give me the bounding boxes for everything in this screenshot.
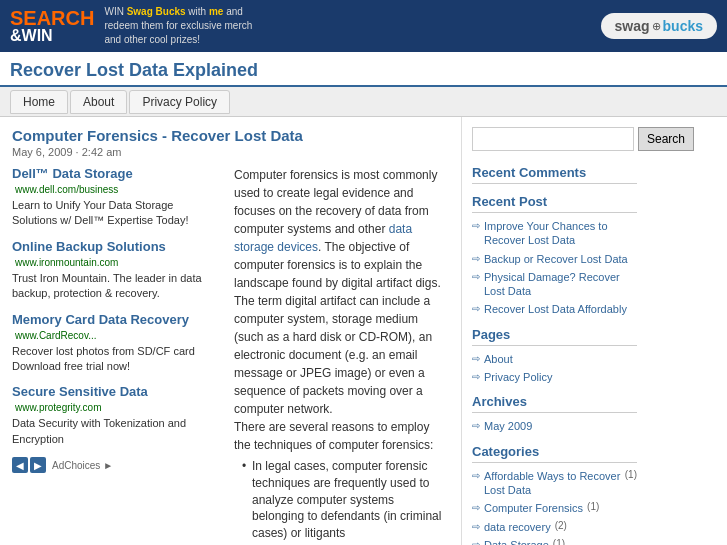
ad-link-dell-desc: Learn to Unify Your Data Storage Solutio… xyxy=(12,198,212,229)
article-date: May 6, 2009 · 2:42 am xyxy=(12,146,449,158)
ad-link-ironmountain-title[interactable]: Online Backup Solutions xyxy=(12,239,166,254)
link-icon-0: ⇨ xyxy=(472,220,480,231)
nav-arrows: ◀ ▶ xyxy=(12,457,46,473)
link-icon-2: ⇨ xyxy=(472,271,480,282)
page-privacy-link[interactable]: Privacy Policy xyxy=(484,370,552,384)
ad-link-protegrity-url: www.protegrity.com xyxy=(15,402,102,413)
search-text: SEARCH xyxy=(10,8,94,28)
nav-privacy-policy[interactable]: Privacy Policy xyxy=(129,90,230,114)
recent-post-link-2[interactable]: Physical Damage? Recover Lost Data xyxy=(484,270,637,299)
recent-post-2: ⇨ Physical Damage? Recover Lost Data xyxy=(472,270,637,299)
link-icon-cat-1: ⇨ xyxy=(472,502,480,513)
recent-post-section: Recent Post ⇨ Improve Your Chances to Re… xyxy=(472,194,637,317)
page-about: ⇨ About xyxy=(472,352,637,366)
pages-title: Pages xyxy=(472,327,637,346)
link-icon-page-privacy: ⇨ xyxy=(472,371,480,382)
pages-section: Pages ⇨ About ⇨ Privacy Policy xyxy=(472,327,637,385)
bullet-list: In legal cases, computer forensic techni… xyxy=(242,458,449,542)
cat-link-0[interactable]: Affordable Ways to Recover Lost Data xyxy=(484,469,621,498)
search-box: Search xyxy=(472,127,637,151)
ad-link-ironmountain: Online Backup Solutions www.ironmountain… xyxy=(12,239,212,302)
search-input[interactable] xyxy=(472,127,634,151)
page-privacy: ⇨ Privacy Policy xyxy=(472,370,637,384)
cat-link-3[interactable]: Data Storage xyxy=(484,538,549,545)
article-reasons-intro: There are several reasons to employ the … xyxy=(234,418,449,454)
link-icon-cat-3: ⇨ xyxy=(472,539,480,545)
archive-may2009-link[interactable]: May 2009 xyxy=(484,419,532,433)
recent-post-link-3[interactable]: Recover Lost Data Affordably xyxy=(484,302,627,316)
link-icon-archive: ⇨ xyxy=(472,420,480,431)
link-icon-1: ⇨ xyxy=(472,253,480,264)
recent-post-0: ⇨ Improve Your Chances to Recover Lost D… xyxy=(472,219,637,248)
page-about-link[interactable]: About xyxy=(484,352,513,366)
cat-0: ⇨ Affordable Ways to Recover Lost Data (… xyxy=(472,469,637,498)
ad-links-column: Dell™ Data Storage www.dell.com/business… xyxy=(12,166,212,538)
next-arrow[interactable]: ▶ xyxy=(30,457,46,473)
link-icon-cat-2: ⇨ xyxy=(472,521,480,532)
cat-count-0: (1) xyxy=(625,469,637,480)
banner-description: WIN Swag Bucks with me and redeem them f… xyxy=(104,5,252,47)
ad-link-cardrecov-desc: Recover lost photos from SD/CF card Down… xyxy=(12,344,212,375)
article-title: Computer Forensics - Recover Lost Data xyxy=(12,127,449,144)
categories-title: Categories xyxy=(472,444,637,463)
ad-link-dell-title[interactable]: Dell™ Data Storage xyxy=(12,166,133,181)
cat-1: ⇨ Computer Forensics (1) xyxy=(472,501,637,515)
site-title-bar: Recover Lost Data Explained xyxy=(0,52,727,87)
main-layout: Computer Forensics - Recover Lost Data M… xyxy=(0,117,727,545)
cat-3: ⇨ Data Storage (1) xyxy=(472,538,637,545)
ad-link-ironmountain-desc: Trust Iron Mountain. The leader in data … xyxy=(12,271,212,302)
archives-title: Archives xyxy=(472,394,637,413)
ad-link-dell: Dell™ Data Storage www.dell.com/business… xyxy=(12,166,212,229)
categories-section: Categories ⇨ Affordable Ways to Recover … xyxy=(472,444,637,545)
banner-search-win: SEARCH &WIN WIN Swag Bucks with me and r… xyxy=(10,5,252,47)
recent-comments-section: Recent Comments xyxy=(472,165,637,184)
ad-link-protegrity-title[interactable]: Secure Sensitive Data xyxy=(12,384,148,399)
link-icon-3: ⇨ xyxy=(472,303,480,314)
article-body-text: Computer forensics is most commonly used… xyxy=(234,166,449,545)
top-banner: SEARCH &WIN WIN Swag Bucks with me and r… xyxy=(0,0,727,52)
content-row: Dell™ Data Storage www.dell.com/business… xyxy=(12,166,449,545)
archives-section: Archives ⇨ May 2009 xyxy=(472,394,637,433)
ad-link-cardrecov-title[interactable]: Memory Card Data Recovery xyxy=(12,312,189,327)
recent-post-link-1[interactable]: Backup or Recover Lost Data xyxy=(484,252,628,266)
nav-bar: Home About Privacy Policy xyxy=(0,87,727,117)
recent-post-3: ⇨ Recover Lost Data Affordably xyxy=(472,302,637,316)
ad-link-cardrecov-url: www.CardRecov... xyxy=(15,330,97,341)
adchoices-label: AdChoices ► xyxy=(52,460,113,471)
site-title: Recover Lost Data Explained xyxy=(10,60,717,81)
right-sidebar: Search Recent Comments Recent Post ⇨ Imp… xyxy=(462,117,647,545)
left-content: Computer Forensics - Recover Lost Data M… xyxy=(0,117,462,545)
archive-may2009: ⇨ May 2009 xyxy=(472,419,637,433)
search-button[interactable]: Search xyxy=(638,127,694,151)
ad-link-protegrity: Secure Sensitive Data www.protegrity.com… xyxy=(12,384,212,447)
cat-link-2[interactable]: data recovery xyxy=(484,520,551,534)
nav-home[interactable]: Home xyxy=(10,90,68,114)
ad-link-cardrecov: Memory Card Data Recovery www.CardRecov.… xyxy=(12,312,212,375)
adchoices-bar: ◀ ▶ AdChoices ► xyxy=(12,457,212,473)
link-icon-cat-0: ⇨ xyxy=(472,470,480,481)
ad-link-dell-url: www.dell.com/business xyxy=(15,184,118,195)
bullet-item-0: In legal cases, computer forensic techni… xyxy=(242,458,449,542)
data-storage-link[interactable]: data storage devices xyxy=(234,222,412,254)
recent-post-link-0[interactable]: Improve Your Chances to Recover Lost Dat… xyxy=(484,219,637,248)
prev-arrow[interactable]: ◀ xyxy=(12,457,28,473)
recent-post-title: Recent Post xyxy=(472,194,637,213)
swagbucks-logo: swag ⊕ bucks xyxy=(601,13,717,39)
article-body-intro: Computer forensics is most commonly used… xyxy=(234,166,449,418)
cat-count-1: (1) xyxy=(587,501,599,512)
link-icon-page-about: ⇨ xyxy=(472,353,480,364)
win-text: &WIN xyxy=(10,28,94,44)
ad-link-ironmountain-url: www.ironmountain.com xyxy=(15,257,118,268)
nav-about[interactable]: About xyxy=(70,90,127,114)
recent-comments-title: Recent Comments xyxy=(472,165,637,184)
cat-count-2: (2) xyxy=(555,520,567,531)
cat-link-1[interactable]: Computer Forensics xyxy=(484,501,583,515)
ad-link-protegrity-desc: Data Security with Tokenization and Encr… xyxy=(12,416,212,447)
cat-count-3: (1) xyxy=(553,538,565,545)
recent-post-1: ⇨ Backup or Recover Lost Data xyxy=(472,252,637,266)
cat-2: ⇨ data recovery (2) xyxy=(472,520,637,534)
